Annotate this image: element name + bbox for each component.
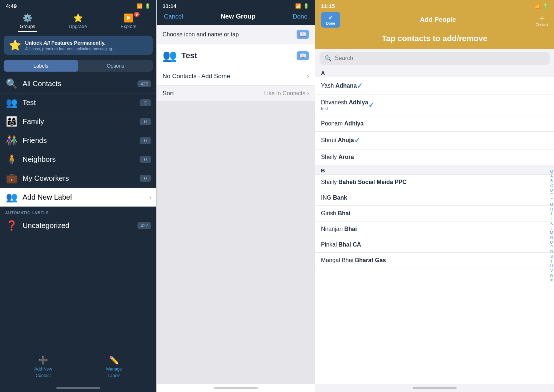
alpha-b[interactable]: B [550, 179, 553, 183]
nav-bar-p3: ✓ Done Add People + Contact [315, 11, 554, 31]
neighbors-icon: 🧍 [5, 154, 18, 165]
alpha-h[interactable]: H [550, 207, 553, 211]
sort-row[interactable]: Sort Like in Contacts › [157, 85, 315, 102]
contact-name-yash: Yash Adhana [321, 83, 357, 89]
explore-icon: ▶️ [124, 13, 133, 23]
home-indicator-p3 [413, 387, 457, 389]
alpha-m[interactable]: M [550, 231, 553, 235]
nav-upgrade[interactable]: ⭐ Upgrade [64, 12, 91, 31]
add-contact-plus-button[interactable]: + [539, 13, 545, 23]
contact-row-poonam-adhiya[interactable]: Poonam Adhiya [315, 116, 554, 132]
star-icon: ⭐ [73, 13, 83, 23]
alpha-j[interactable]: J [551, 216, 553, 221]
tap-contacts-title: Tap contacts to add/remove [322, 33, 547, 44]
cancel-button[interactable]: Cancel [164, 13, 183, 20]
wifi-icon-p3: 📶 [534, 3, 540, 9]
done-button-p2[interactable]: Done [293, 13, 308, 20]
alpha-c[interactable]: C [550, 183, 553, 188]
add-label-chevron: › [149, 194, 151, 201]
promo-banner[interactable]: ⭐ Unlock All Features Permanently. All i… [4, 36, 153, 55]
alpha-p[interactable]: P [550, 245, 553, 249]
tab-options[interactable]: Options [78, 60, 153, 72]
contact-row-niranjan-bhai[interactable]: Niranjan Bhai [315, 221, 554, 237]
status-bar-p3: 11:15 📶 🔋 [315, 0, 554, 11]
alpha-hash[interactable]: # [550, 278, 553, 282]
alpha-o[interactable]: O [550, 240, 553, 244]
battery-icon: 🔋 [145, 3, 150, 9]
book-icon[interactable]: 📖 [297, 30, 309, 39]
contact-row-shaily-baheti[interactable]: Shaily Baheti Social Meida PPC [315, 175, 554, 190]
all-contacts-count: 429 [137, 80, 151, 87]
done-button-p3[interactable]: ✓ Done [321, 12, 340, 28]
list-item-coworkers[interactable]: 💼 My Coworkers 0 [0, 169, 156, 188]
alpha-e[interactable]: E [550, 193, 553, 197]
sort-value: Like in Contacts › [264, 90, 309, 97]
test-name: Test [23, 99, 140, 107]
alpha-a[interactable]: A [550, 174, 553, 178]
list-item-family[interactable]: 👨‍👩‍👧 Family 0 [0, 112, 156, 131]
contact-row-girish-bhai[interactable]: Girish Bhai [315, 206, 554, 221]
list-item-uncategorized[interactable]: ❓ Uncategorized 427 [0, 216, 156, 235]
add-label-icon: 👥 [5, 192, 18, 203]
manage-labels-button[interactable]: ✏️ Manage Labels [106, 356, 122, 378]
search-input[interactable] [335, 55, 545, 61]
checkmark-yash: ✓ [357, 81, 363, 90]
choose-icon-row: Choose icon and name or tap 📖 [157, 25, 315, 44]
list-item-all-contacts[interactable]: 🔍 All Contacts 429 [0, 75, 156, 93]
alphabet-index: Q A B C D E F G H I J K L M N O P R S T … [550, 169, 553, 282]
contacts-list: 🔍 All Contacts 429 👥 Test 2 👨‍👩‍👧 Family… [0, 75, 156, 351]
contact-row-ing-bank[interactable]: ING Bank [315, 190, 554, 206]
contact-name-poonam: Poonam Adhiya [321, 120, 364, 127]
alpha-f[interactable]: F [550, 197, 553, 202]
all-contacts-icon: 🔍 [5, 78, 18, 89]
contact-row-shelly-arora[interactable]: Shelly Arora [315, 149, 554, 165]
new-group-body: Choose icon and name or tap 📖 👥 📖 No Con… [157, 25, 315, 384]
nav-bar-p1: ⚙️ Groups ⭐ Upgrade ▶️ Explore 9 [0, 11, 156, 33]
family-count: 0 [140, 118, 151, 125]
alpha-t[interactable]: T [550, 259, 553, 263]
contact-row-pinkal-bhai[interactable]: Pinkal Bhai CA [315, 237, 554, 253]
contact-row-shruti-ahuja[interactable]: Shruti Ahuja ✓ [315, 132, 554, 149]
contact-row-yash-adhana[interactable]: Yash Adhana ✓ [315, 77, 554, 95]
uncategorized-count: 427 [137, 222, 151, 229]
alpha-q[interactable]: Q [550, 169, 553, 173]
alpha-k[interactable]: K [550, 221, 553, 225]
alpha-n[interactable]: N [550, 235, 553, 240]
sort-label: Sort [162, 90, 174, 97]
explore-badge: 9 [134, 12, 140, 17]
done-label-p3: Done [326, 21, 335, 25]
tab-labels[interactable]: Labels [4, 60, 78, 72]
contact-name-shaily: Shaily Baheti Social Meida PPC [321, 179, 407, 185]
contact-name-niranjan: Niranjan Bhai [321, 226, 357, 232]
group-name-input[interactable] [181, 51, 292, 60]
alpha-w[interactable]: W [550, 273, 553, 277]
checkmark-dhvanesh: ✓ [368, 101, 374, 109]
alpha-r[interactable]: R [550, 249, 553, 254]
nav-groups[interactable]: ⚙️ Groups [15, 12, 40, 31]
alpha-s[interactable]: S [550, 254, 553, 259]
alpha-i[interactable]: I [551, 212, 552, 216]
list-item-friends[interactable]: 👫 Friends 0 [0, 131, 156, 150]
alpha-l[interactable]: L [550, 226, 553, 230]
add-new-label-item[interactable]: 👥 Add New Label › [0, 188, 156, 207]
test-icon: 👥 [5, 97, 18, 108]
coworkers-count: 0 [140, 175, 151, 182]
list-item-neighbors[interactable]: 🧍 Neighbors 0 [0, 150, 156, 169]
time-p3: 11:15 [321, 3, 335, 9]
alpha-v[interactable]: V [550, 268, 553, 273]
list-item-test[interactable]: 👥 Test 2 [0, 93, 156, 112]
book-icon-name[interactable]: 📖 [297, 51, 309, 60]
nav-explore[interactable]: ▶️ Explore 9 [116, 12, 141, 31]
all-contacts-name: All Contacts [23, 80, 137, 88]
contact-row-dhvanesh-adhiya[interactable]: Dhvanesh Adhiya test ✓ [315, 95, 554, 116]
tab-bar: Labels Options [4, 60, 153, 72]
contact-name-girish: Girish Bhai [321, 210, 350, 217]
no-contacts-row[interactable]: No Contacts · Add Some › [157, 67, 315, 85]
add-new-contact-button[interactable]: ➕ Add New Contact [34, 356, 52, 378]
neighbors-name: Neighbors [23, 155, 140, 164]
alpha-d[interactable]: D [550, 188, 553, 192]
contact-row-mangal-bharat[interactable]: Mangal Bhai Bharat Gas [315, 253, 554, 268]
status-icons-p1: 📶 🔋 [137, 3, 150, 9]
alpha-g[interactable]: G [550, 202, 553, 207]
alpha-u[interactable]: U [550, 264, 553, 268]
